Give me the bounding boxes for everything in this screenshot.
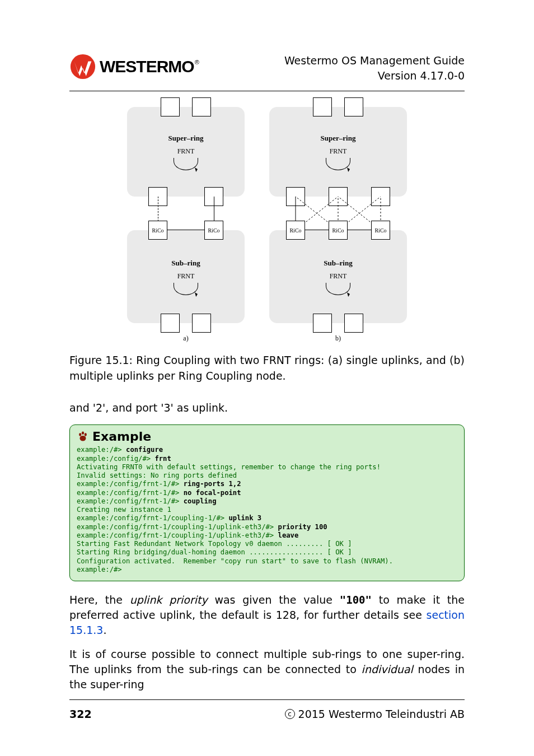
svg-point-10: [85, 433, 87, 436]
ring-arrow-icon: [174, 283, 198, 295]
value-100: "100": [340, 594, 372, 606]
port-node: [161, 97, 180, 116]
westermo-logo-icon: [69, 53, 96, 80]
figure-caption: Figure 15.1: Ring Coupling with two FRNT…: [69, 353, 465, 384]
doc-title: Westermo OS Management Guide: [284, 53, 465, 68]
subcaption-a: a): [183, 334, 188, 343]
header-title: Westermo OS Management Guide Version 4.1…: [284, 53, 465, 83]
figure-15-1: Super–ring FRNT RiCo RiCo Sub–ring FRNT …: [69, 107, 465, 343]
example-title: Example: [92, 430, 151, 444]
ring-arrow-icon: [174, 158, 198, 170]
body-paragraph-1: Here, the uplink priority was given the …: [69, 592, 465, 638]
page-number: 322: [69, 708, 92, 720]
sub-ring-b: RiCo RiCo RiCo Sub–ring FRNT: [269, 230, 407, 323]
example-box: Example example:/#> configure example:/c…: [69, 424, 465, 581]
ring-arrow-icon: [326, 283, 350, 295]
svg-point-8: [79, 433, 81, 436]
diagram-b: Super–ring FRNT RiCo RiCo RiCo: [269, 107, 407, 343]
rico-node: RiCo: [329, 221, 348, 240]
rico-node: RiCo: [204, 221, 223, 240]
super-ring-a: Super–ring FRNT: [127, 107, 245, 197]
port-node: [313, 314, 332, 333]
brand-logo: WESTERMO®: [69, 53, 198, 80]
super-ring-b: Super–ring FRNT: [269, 107, 407, 197]
brand-name: WESTERMO®: [100, 57, 198, 76]
port-node: [344, 314, 363, 333]
node-connector: [167, 230, 204, 230]
frnt-label: FRNT: [177, 147, 195, 156]
rico-node: RiCo: [286, 221, 305, 240]
port-node: [161, 314, 180, 333]
port-node: [313, 97, 332, 116]
ring-label: Sub–ring: [324, 259, 352, 268]
frnt-label: FRNT: [330, 147, 347, 156]
subcaption-b: b): [335, 334, 341, 343]
ring-label: Sub–ring: [171, 259, 200, 268]
ring-arrow-icon: [326, 158, 350, 170]
frnt-label: FRNT: [177, 272, 195, 281]
port-node: [192, 314, 211, 333]
diagram-a: Super–ring FRNT RiCo RiCo Sub–ring FRNT …: [127, 107, 245, 343]
rico-node: RiCo: [148, 221, 167, 240]
sub-ring-a: RiCo RiCo Sub–ring FRNT: [127, 230, 245, 323]
copyright-icon: c: [285, 709, 295, 719]
page-footer: 322 c 2015 Westermo Teleindustri AB: [69, 699, 465, 720]
port-node: [192, 97, 211, 116]
node-connector: [305, 230, 329, 230]
svg-point-9: [82, 431, 84, 435]
term-uplink-priority: uplink priority: [130, 594, 208, 606]
example-code: example:/#> configure example:/config/#>…: [77, 446, 457, 574]
uplinks-a: [127, 197, 245, 230]
ring-label: Super–ring: [321, 134, 356, 143]
ring-label: Super–ring: [168, 134, 204, 143]
doc-version: Version 4.17.0-0: [284, 68, 465, 83]
page-header: WESTERMO® Westermo OS Management Guide V…: [69, 53, 465, 91]
copyright: c 2015 Westermo Teleindustri AB: [285, 708, 465, 720]
node-connector: [348, 230, 371, 230]
term-individual: individual: [362, 663, 413, 675]
body-intro: and '2', and port '3' as uplink.: [69, 400, 465, 416]
example-icon: [77, 431, 89, 443]
rico-node: RiCo: [371, 221, 390, 240]
frnt-label: FRNT: [330, 272, 347, 281]
port-node: [344, 97, 363, 116]
body-paragraph-2: It is of course possible to connect mult…: [69, 647, 465, 692]
svg-point-11: [80, 436, 86, 441]
svg-point-0: [71, 54, 95, 79]
